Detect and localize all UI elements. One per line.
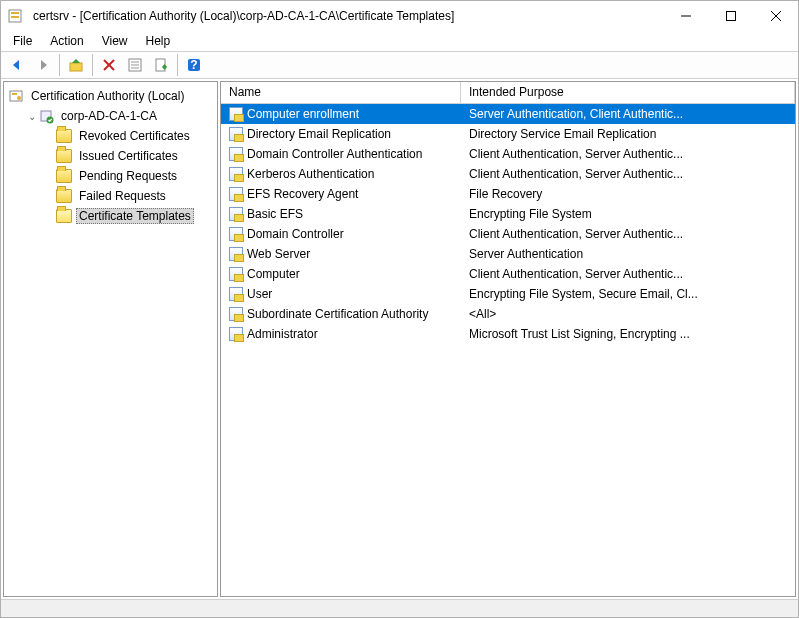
cell-name-text: Subordinate Certification Authority	[247, 307, 428, 321]
cell-name-text: User	[247, 287, 272, 301]
close-button[interactable]	[753, 1, 798, 31]
tree-node-label: Issued Certificates	[76, 148, 181, 164]
menu-action[interactable]: Action	[42, 32, 91, 50]
cell-name-text: Kerberos Authentication	[247, 167, 374, 181]
tree-node[interactable]: Revoked Certificates	[42, 126, 215, 146]
maximize-button[interactable]	[708, 1, 753, 31]
content-body: Certification Authority (Local) ⌄ corp-A…	[1, 79, 798, 599]
minimize-button[interactable]	[663, 1, 708, 31]
cell-name: User	[221, 285, 461, 303]
list-row[interactable]: Kerberos AuthenticationClient Authentica…	[221, 164, 795, 184]
menu-view[interactable]: View	[94, 32, 136, 50]
svg-rect-18	[12, 93, 17, 95]
cell-name-text: Computer	[247, 267, 300, 281]
list-row[interactable]: Domain Controller AuthenticationClient A…	[221, 144, 795, 164]
column-header-name[interactable]: Name	[221, 82, 461, 103]
export-button[interactable]	[149, 53, 173, 77]
svg-rect-14	[156, 59, 165, 71]
cell-name: Domain Controller	[221, 225, 461, 243]
folder-icon	[56, 149, 72, 163]
tree-node-label: Pending Requests	[76, 168, 180, 184]
menu-file[interactable]: File	[5, 32, 40, 50]
list-row[interactable]: EFS Recovery AgentFile Recovery	[221, 184, 795, 204]
cell-name: Computer enrollment	[221, 105, 461, 123]
cell-name: Basic EFS	[221, 205, 461, 223]
certificate-template-icon	[229, 147, 243, 161]
svg-point-19	[17, 96, 21, 100]
list-row[interactable]: Basic EFSEncrypting File System	[221, 204, 795, 224]
certificate-template-icon	[229, 207, 243, 221]
list-row[interactable]: Web ServerServer Authentication	[221, 244, 795, 264]
cell-purpose: <All>	[461, 305, 795, 323]
certificate-template-icon	[229, 167, 243, 181]
list-row[interactable]: Computer enrollmentServer Authentication…	[221, 104, 795, 124]
toolbar-separator	[59, 54, 60, 76]
cell-name: Administrator	[221, 325, 461, 343]
list-row[interactable]: AdministratorMicrosoft Trust List Signin…	[221, 324, 795, 344]
list-pane: Name Intended Purpose Computer enrollmen…	[220, 81, 796, 597]
cell-name: EFS Recovery Agent	[221, 185, 461, 203]
certificate-template-icon	[229, 187, 243, 201]
list-row[interactable]: Subordinate Certification Authority<All>	[221, 304, 795, 324]
cell-name-text: Administrator	[247, 327, 318, 341]
delete-button[interactable]	[97, 53, 121, 77]
list-rows[interactable]: Computer enrollmentServer Authentication…	[221, 104, 795, 596]
cell-purpose: Encrypting File System, Secure Email, Cl…	[461, 285, 795, 303]
certificate-template-icon	[229, 127, 243, 141]
tree-node[interactable]: Certificate Templates	[42, 206, 215, 226]
folder-icon	[56, 129, 72, 143]
certificate-template-icon	[229, 107, 243, 121]
tree-node[interactable]: Issued Certificates	[42, 146, 215, 166]
folder-icon	[56, 209, 72, 223]
cell-name: Kerberos Authentication	[221, 165, 461, 183]
list-header: Name Intended Purpose	[221, 82, 795, 104]
cell-name-text: Domain Controller	[247, 227, 344, 241]
titlebar: certsrv - [Certification Authority (Loca…	[1, 1, 798, 31]
help-button[interactable]: ?	[182, 53, 206, 77]
cell-purpose: Encrypting File System	[461, 205, 795, 223]
tree-node[interactable]: Failed Requests	[42, 186, 215, 206]
properties-button[interactable]	[123, 53, 147, 77]
column-header-purpose[interactable]: Intended Purpose	[461, 82, 795, 103]
certificate-template-icon	[229, 227, 243, 241]
up-button[interactable]	[64, 53, 88, 77]
folder-icon	[56, 169, 72, 183]
svg-rect-2	[11, 16, 19, 18]
certificate-template-icon	[229, 327, 243, 341]
cell-name: Domain Controller Authentication	[221, 145, 461, 163]
svg-rect-4	[726, 12, 735, 21]
cell-name: Subordinate Certification Authority	[221, 305, 461, 323]
cell-name-text: EFS Recovery Agent	[247, 187, 358, 201]
certificate-template-icon	[229, 307, 243, 321]
toolbar-separator	[92, 54, 93, 76]
cell-purpose: Directory Service Email Replication	[461, 125, 795, 143]
list-row[interactable]: ComputerClient Authentication, Server Au…	[221, 264, 795, 284]
certificate-template-icon	[229, 247, 243, 261]
svg-text:?: ?	[190, 58, 197, 72]
cell-name: Computer	[221, 265, 461, 283]
certificate-template-icon	[229, 267, 243, 281]
list-row[interactable]: Domain ControllerClient Authentication, …	[221, 224, 795, 244]
tree-pane[interactable]: Certification Authority (Local) ⌄ corp-A…	[3, 81, 218, 597]
tree-toggle-icon[interactable]: ⌄	[26, 111, 38, 122]
list-row[interactable]: UserEncrypting File System, Secure Email…	[221, 284, 795, 304]
menu-help[interactable]: Help	[138, 32, 179, 50]
tree-ca-node[interactable]: ⌄ corp-AD-CA-1-CA	[24, 106, 215, 126]
tree-root-node[interactable]: Certification Authority (Local)	[6, 86, 215, 106]
list-row[interactable]: Directory Email ReplicationDirectory Ser…	[221, 124, 795, 144]
cell-purpose: Server Authentication	[461, 245, 795, 263]
forward-button[interactable]	[31, 53, 55, 77]
ca-server-icon	[38, 108, 54, 124]
back-button[interactable]	[5, 53, 29, 77]
svg-rect-1	[11, 12, 19, 14]
cell-name-text: Directory Email Replication	[247, 127, 391, 141]
cell-purpose: Microsoft Trust List Signing, Encrypting…	[461, 325, 795, 343]
tree-node-label: Failed Requests	[76, 188, 169, 204]
cell-name-text: Web Server	[247, 247, 310, 261]
app-window: certsrv - [Certification Authority (Loca…	[0, 0, 799, 618]
cell-purpose: Server Authentication, Client Authentic.…	[461, 105, 795, 123]
tree-node[interactable]: Pending Requests	[42, 166, 215, 186]
certificate-template-icon	[229, 287, 243, 301]
tree-root-label: Certification Authority (Local)	[28, 88, 187, 104]
window-title: certsrv - [Certification Authority (Loca…	[33, 9, 454, 23]
